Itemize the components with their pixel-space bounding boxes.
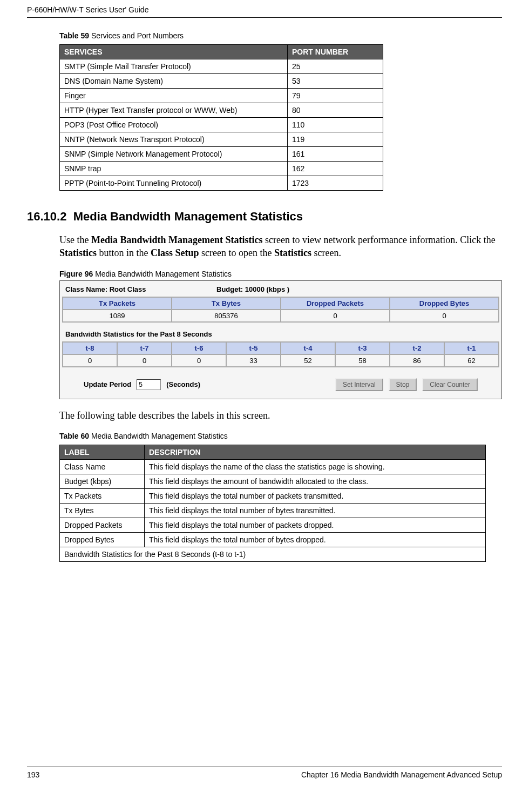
stop-button[interactable]: Stop [389, 378, 417, 391]
cell: This field displays the total number of … [145, 532, 486, 547]
table-header-row: SERVICES PORT NUMBER [60, 45, 383, 59]
table-row: Tx BytesThis field displays the total nu… [60, 503, 486, 518]
table60-caption-bold: Table 60 [59, 432, 89, 440]
cell-span: Bandwidth Statistics for the Past 8 Seco… [60, 547, 486, 561]
table59-caption-bold: Table 59 [59, 31, 89, 40]
cell: This field displays the total number of … [145, 503, 486, 518]
th-t1: t-1 [444, 342, 499, 354]
table-row: 0 0 0 33 52 58 86 62 [63, 354, 499, 367]
cell: 119 [288, 132, 383, 147]
table-header-row: Tx Packets Tx Bytes Dropped Packets Drop… [63, 297, 499, 310]
figure96-panel: Class Name: Root Class Budget: 10000 (kb… [59, 280, 502, 399]
set-interval-button[interactable]: Set Interval [335, 378, 383, 391]
p-b3: Class Setup [151, 247, 199, 258]
th-dropped-packets: Dropped Packets [281, 297, 390, 310]
th-t2: t-2 [390, 342, 444, 354]
table-row: Tx PacketsThis field displays the total … [60, 488, 486, 503]
cell: PPTP (Point-to-Point Tunneling Protocol) [60, 176, 288, 191]
section-number: 16.10.2 [27, 210, 66, 223]
cell: 58 [335, 354, 390, 367]
cell: 162 [288, 162, 383, 176]
table-row: NNTP (Network News Transport Protocol)11… [60, 132, 383, 147]
figure96-controls: Update Period 5 (Seconds) Set Interval S… [62, 367, 499, 397]
section-heading: 16.10.2 Media Bandwidth Management Stati… [27, 210, 502, 224]
figure96-header-row: Class Name: Root Class Budget: 10000 (kb… [62, 283, 499, 296]
th-port: PORT NUMBER [288, 45, 383, 59]
cell: 805376 [172, 310, 281, 322]
cell: Dropped Packets [60, 518, 145, 532]
cell: Budget (kbps) [60, 474, 145, 488]
cell: POP3 (Post Office Protocol) [60, 118, 288, 132]
cell: 62 [444, 354, 499, 367]
table-row: Bandwidth Statistics for the Past 8 Seco… [60, 547, 486, 561]
th-description: DESCRIPTION [145, 445, 486, 459]
update-period-input[interactable]: 5 [137, 379, 161, 390]
p-b4: Statistics [274, 247, 311, 258]
cell: SMTP (Simple Mail Transfer Protocol) [60, 59, 288, 74]
table-row: SNMP (Simple Network Management Protocol… [60, 147, 383, 162]
section-title: Media Bandwidth Management Statistics [73, 210, 303, 223]
table-row: POP3 (Post Office Protocol)110 [60, 118, 383, 132]
th-t7: t-7 [117, 342, 172, 354]
cell: This field displays the amount of bandwi… [145, 474, 486, 488]
cell: 79 [288, 89, 383, 103]
cell: 86 [390, 354, 444, 367]
cell: 0 [117, 354, 172, 367]
after-figure-text: The following table describes the labels… [59, 409, 502, 422]
cell: 0 [390, 310, 499, 322]
th-dropped-bytes: Dropped Bytes [390, 297, 499, 310]
figure96-caption-bold: Figure 96 [59, 270, 93, 278]
cell: This field displays the total number of … [145, 488, 486, 503]
table-header-row: LABEL DESCRIPTION [60, 445, 486, 459]
p-t4: screen to open the [199, 247, 274, 258]
chapter-title: Chapter 16 Media Bandwidth Management Ad… [301, 770, 502, 779]
table59: SERVICES PORT NUMBER SMTP (Simple Mail T… [59, 44, 383, 191]
figure96-caption-rest: Media Bandwidth Management Statistics [93, 270, 232, 278]
table-row: PPTP (Point-to-Point Tunneling Protocol)… [60, 176, 383, 191]
p-b1: Media Bandwidth Management Statistics [91, 234, 263, 245]
cell: 53 [288, 74, 383, 89]
cell: This field displays the total number of … [145, 518, 486, 532]
table-row: SNMP trap162 [60, 162, 383, 176]
cell: 52 [281, 354, 335, 367]
cell: Tx Packets [60, 488, 145, 503]
cell: 33 [226, 354, 281, 367]
seconds-label: (Seconds) [166, 380, 200, 388]
figure96-seconds-table: t-8 t-7 t-6 t-5 t-4 t-3 t-2 t-1 0 0 0 33… [62, 341, 499, 367]
table-row: SMTP (Simple Mail Transfer Protocol)25 [60, 59, 383, 74]
doc-header: P-660H/HW/W-T Series User' Guide [27, 5, 502, 18]
table-row: Dropped BytesThis field displays the tot… [60, 532, 486, 547]
p-t2: screen to view network performance infor… [263, 234, 496, 245]
table-row: Dropped PacketsThis field displays the t… [60, 518, 486, 532]
cell: 25 [288, 59, 383, 74]
cell: Finger [60, 89, 288, 103]
p-t1: Use the [59, 234, 91, 245]
cell: 0 [63, 354, 117, 367]
th-services: SERVICES [60, 45, 288, 59]
cell: NNTP (Network News Transport Protocol) [60, 132, 288, 147]
th-t5: t-5 [226, 342, 281, 354]
cell: HTTP (Hyper Text Transfer protocol or WW… [60, 103, 288, 118]
cell: SNMP (Simple Network Management Protocol… [60, 147, 288, 162]
cell: 1089 [63, 310, 172, 322]
table-row: HTTP (Hyper Text Transfer protocol or WW… [60, 103, 383, 118]
cell: Tx Bytes [60, 503, 145, 518]
table-row: Budget (kbps)This field displays the amo… [60, 474, 486, 488]
clear-counter-button[interactable]: Clear Counter [422, 378, 478, 391]
table59-caption-rest: Services and Port Numbers [89, 31, 184, 40]
figure96-summary-table: Tx Packets Tx Bytes Dropped Packets Drop… [62, 297, 499, 323]
update-period-label: Update Period [84, 380, 131, 388]
cell: Dropped Bytes [60, 532, 145, 547]
cell: This field displays the name of the clas… [145, 459, 486, 474]
cell: 161 [288, 147, 383, 162]
cell: Class Name [60, 459, 145, 474]
table60-caption: Table 60 Media Bandwidth Management Stat… [59, 432, 502, 440]
th-tx-bytes: Tx Bytes [172, 297, 281, 310]
page-number: 193 [27, 770, 39, 779]
p-t5: screen. [311, 247, 341, 258]
cell: 0 [172, 354, 226, 367]
class-name-label: Class Name: Root Class [65, 285, 216, 293]
th-t8: t-8 [63, 342, 117, 354]
th-t4: t-4 [281, 342, 335, 354]
table-row: 1089 805376 0 0 [63, 310, 499, 322]
